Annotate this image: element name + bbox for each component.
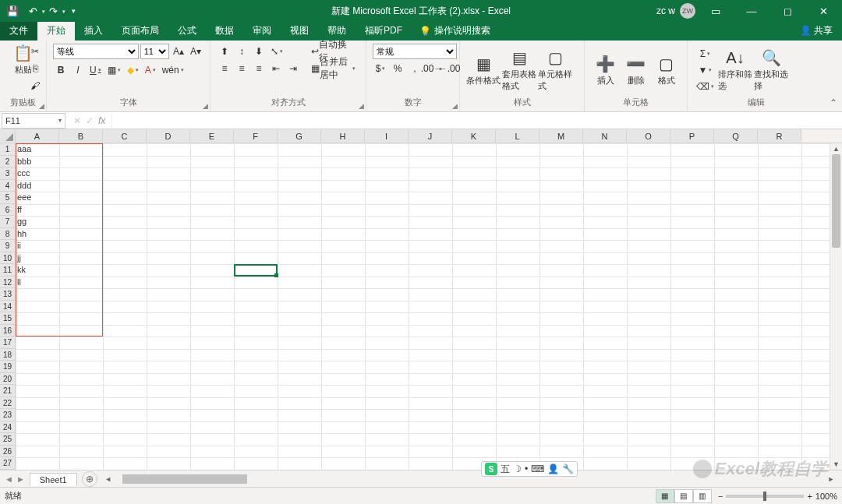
tab-layout[interactable]: 页面布局: [112, 21, 168, 41]
scroll-left-icon[interactable]: ◄: [104, 475, 113, 483]
row-header[interactable]: 12: [0, 277, 16, 289]
fx-cancel-icon[interactable]: ✕: [73, 115, 81, 126]
zoom-level[interactable]: 100%: [815, 492, 837, 501]
decrease-decimal-icon[interactable]: ←.00: [441, 61, 457, 76]
sogou-icon[interactable]: S: [485, 463, 497, 475]
ribbon-display-icon[interactable]: ▭: [700, 0, 731, 22]
row-header[interactable]: 25: [0, 433, 16, 446]
clear-icon[interactable]: ⌫: [694, 79, 716, 94]
cell-value[interactable]: ddd: [16, 180, 59, 192]
align-top-icon[interactable]: ⬆: [217, 44, 232, 59]
cell-value[interactable]: ll: [16, 277, 59, 289]
minimize-icon[interactable]: —: [736, 0, 767, 22]
tab-home[interactable]: 开始: [37, 21, 75, 41]
row-header[interactable]: 14: [0, 301, 16, 313]
row-header[interactable]: 9: [0, 240, 16, 252]
column-header[interactable]: A: [16, 129, 59, 143]
clipboard-launcher-icon[interactable]: ◢: [39, 102, 44, 110]
fill-icon[interactable]: ▼: [694, 62, 716, 78]
formula-input[interactable]: [111, 113, 842, 129]
redo-icon[interactable]: ↷: [44, 2, 62, 20]
cell-value[interactable]: jj: [16, 252, 59, 265]
underline-button[interactable]: U: [87, 62, 104, 78]
tab-data[interactable]: 数据: [206, 21, 243, 41]
tab-view[interactable]: 视图: [281, 21, 318, 41]
bold-button[interactable]: B: [53, 62, 69, 78]
column-header[interactable]: J: [409, 129, 452, 143]
cell-value[interactable]: hh: [16, 228, 59, 241]
sheet-nav-next-icon[interactable]: ►: [16, 474, 25, 484]
currency-icon[interactable]: $: [373, 61, 388, 76]
close-icon[interactable]: ✕: [808, 0, 839, 22]
row-header[interactable]: 6: [0, 204, 16, 217]
row-header[interactable]: 21: [0, 385, 16, 397]
column-header[interactable]: O: [627, 129, 670, 143]
format-painter-icon[interactable]: 🖌: [27, 78, 43, 93]
column-header[interactable]: K: [452, 129, 496, 143]
row-header[interactable]: 13: [0, 288, 16, 301]
cell-value[interactable]: ii: [16, 240, 59, 252]
cell-value[interactable]: ff: [16, 204, 59, 217]
row-header[interactable]: 20: [0, 373, 16, 386]
increase-font-icon[interactable]: A▴: [171, 44, 186, 59]
column-header[interactable]: I: [365, 129, 409, 143]
row-header[interactable]: 7: [0, 216, 16, 228]
pagebreak-view-icon[interactable]: ▥: [693, 489, 712, 503]
row-header[interactable]: 10: [0, 252, 16, 265]
ime-keyboard-icon[interactable]: ⌨: [531, 463, 544, 474]
border-icon[interactable]: ▦: [105, 62, 123, 78]
row-header[interactable]: 5: [0, 192, 16, 204]
tab-foxit[interactable]: 福昕PDF: [356, 21, 412, 41]
row-header[interactable]: 2: [0, 156, 16, 168]
align-launcher-icon[interactable]: ◢: [359, 102, 364, 110]
row-header[interactable]: 22: [0, 397, 16, 410]
tab-file[interactable]: 文件: [0, 21, 37, 41]
indent-increase-icon[interactable]: ⇥: [285, 61, 301, 76]
cell-value[interactable]: ccc: [16, 167, 59, 180]
align-bottom-icon[interactable]: ⬇: [251, 44, 267, 59]
cell-value[interactable]: eee: [16, 192, 59, 204]
cut-icon[interactable]: ✂: [27, 44, 43, 59]
zoom-slider[interactable]: [726, 495, 804, 498]
save-icon[interactable]: 💾: [3, 2, 22, 20]
ime-punct-icon[interactable]: •: [525, 463, 528, 474]
normal-view-icon[interactable]: ▦: [656, 489, 674, 503]
column-header[interactable]: R: [758, 129, 801, 143]
tab-review[interactable]: 审阅: [243, 21, 281, 41]
hscroll-thumb[interactable]: [122, 474, 247, 484]
decrease-font-icon[interactable]: A▾: [188, 44, 203, 59]
row-header[interactable]: 17: [0, 337, 16, 349]
row-header[interactable]: 16: [0, 325, 16, 337]
ime-settings-icon[interactable]: 🔧: [562, 463, 574, 474]
font-launcher-icon[interactable]: ◢: [203, 102, 208, 110]
undo-icon[interactable]: ↶: [23, 2, 42, 20]
font-name-select[interactable]: 等线: [53, 44, 139, 59]
cell-value[interactable]: kk: [16, 264, 59, 277]
align-right-icon[interactable]: ≡: [251, 61, 267, 76]
column-header[interactable]: Q: [714, 129, 758, 143]
maximize-icon[interactable]: ◻: [772, 0, 803, 22]
column-header[interactable]: C: [103, 129, 147, 143]
column-header[interactable]: N: [583, 129, 627, 143]
vertical-scrollbar[interactable]: ▲ ▼: [830, 143, 842, 470]
column-header[interactable]: D: [147, 129, 190, 143]
page-layout-view-icon[interactable]: ▤: [674, 489, 693, 503]
column-header[interactable]: B: [59, 129, 103, 143]
row-header[interactable]: 3: [0, 167, 16, 180]
number-launcher-icon[interactable]: ◢: [452, 102, 458, 110]
zoom-in-icon[interactable]: +: [807, 492, 812, 501]
sheet-tab[interactable]: Sheet1: [30, 473, 77, 486]
share-button[interactable]: 👤 共享: [791, 21, 842, 41]
font-size-select[interactable]: 11: [140, 44, 169, 59]
row-header[interactable]: 15: [0, 312, 16, 325]
scroll-up-icon[interactable]: ▲: [830, 143, 842, 154]
column-header[interactable]: H: [321, 129, 365, 143]
row-header[interactable]: 23: [0, 409, 16, 421]
conditional-format-button[interactable]: ▦条件格式: [466, 55, 501, 86]
user-avatar[interactable]: ZW: [680, 3, 695, 19]
row-header[interactable]: 19: [0, 361, 16, 373]
fill-color-icon[interactable]: ◆: [125, 62, 141, 78]
ime-mode[interactable]: 五: [501, 463, 510, 476]
column-header[interactable]: G: [278, 129, 321, 143]
align-middle-icon[interactable]: ↕: [234, 44, 249, 59]
